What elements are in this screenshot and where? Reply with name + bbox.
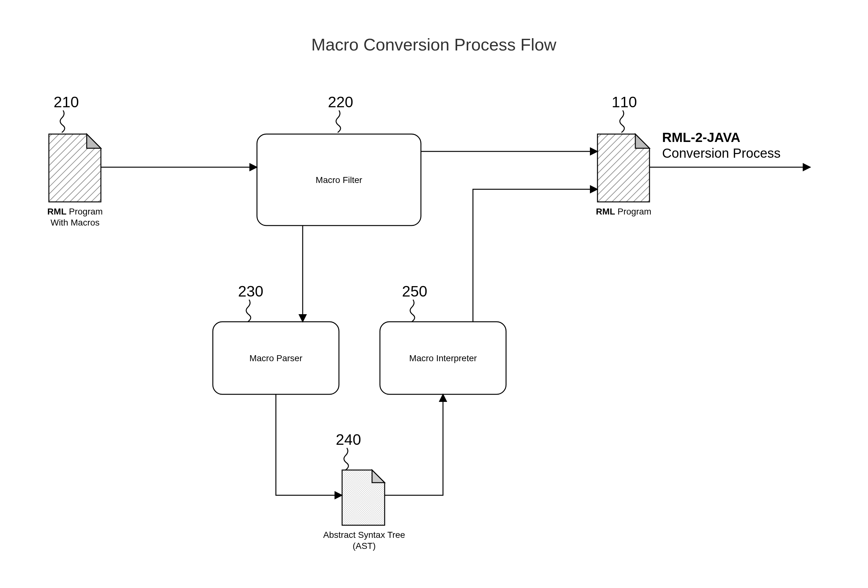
squiggle-icon (60, 111, 65, 133)
ref-110: 110 (612, 94, 637, 111)
doc-input (49, 134, 101, 202)
squiggle-icon (410, 300, 415, 322)
squiggle-icon (344, 448, 348, 470)
squiggle-icon (620, 111, 624, 133)
ref-240: 240 (336, 431, 361, 448)
box-macro-filter-label: Macro Filter (316, 175, 362, 185)
doc-input-caption-2: With Macros (50, 218, 100, 228)
out-label-2: Conversion Process (662, 146, 781, 161)
doc-output-caption: RML Program (596, 207, 651, 216)
ref-230: 230 (238, 283, 263, 300)
box-macro-parser-label: Macro Parser (249, 353, 303, 363)
box-macro-interpreter-label: Macro Interpreter (409, 353, 477, 363)
out-label-1: RML-2-JAVA (662, 130, 740, 145)
arrow-parser-to-ast (276, 394, 342, 495)
ref-210: 210 (54, 94, 79, 111)
doc-input-caption-1: RML Program (47, 207, 103, 216)
ref-220: 220 (328, 94, 353, 111)
squiggle-icon (336, 111, 341, 133)
diagram-title: Macro Conversion Process Flow (311, 35, 557, 54)
doc-output (598, 134, 650, 202)
diagram-canvas: Macro Conversion Process Flow 210 220 11… (0, 0, 868, 588)
doc-ast-caption-1: Abstract Syntax Tree (323, 530, 405, 540)
doc-ast-caption-2: (AST) (353, 541, 375, 551)
ref-250: 250 (402, 283, 427, 300)
squiggle-icon (246, 300, 251, 322)
arrow-interpreter-to-output (473, 189, 598, 322)
doc-ast (342, 470, 385, 525)
arrow-ast-to-interpreter (385, 394, 443, 495)
